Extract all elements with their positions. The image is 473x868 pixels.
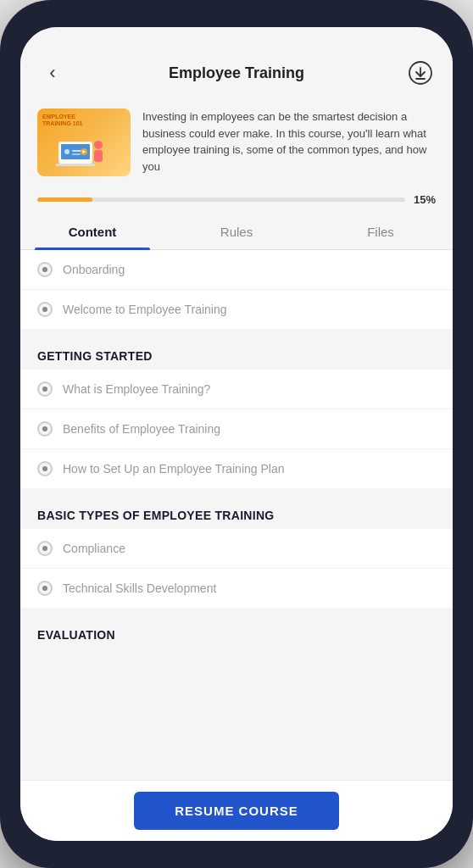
phone-shell: ‹ Employee Training EMPLOYEETRAINING 101 bbox=[0, 0, 473, 868]
phone-notch bbox=[173, 0, 300, 24]
item-label: Technical Skills Development bbox=[63, 581, 216, 595]
svg-rect-10 bbox=[72, 153, 81, 155]
item-bullet bbox=[37, 381, 53, 397]
progress-percentage: 15% bbox=[414, 193, 436, 206]
download-icon bbox=[408, 60, 433, 86]
svg-rect-5 bbox=[56, 164, 95, 166]
back-icon: ‹ bbox=[49, 62, 55, 84]
item-label: Compliance bbox=[63, 542, 125, 555]
item-bullet bbox=[37, 262, 53, 277]
tab-rules-label: Rules bbox=[220, 225, 253, 239]
thumbnail-label: EMPLOYEETRAINING 101 bbox=[42, 114, 82, 126]
progress-bar-fill bbox=[37, 198, 92, 202]
tab-content-label: Content bbox=[69, 225, 117, 239]
tab-files-label: Files bbox=[367, 225, 394, 239]
progress-section: 15% bbox=[20, 186, 453, 209]
item-label: What is Employee Training? bbox=[63, 382, 210, 396]
section-basic-types: Compliance Technical Skills Development bbox=[20, 529, 453, 608]
course-card: EMPLOYEETRAINING 101 bbox=[20, 98, 453, 186]
item-bullet bbox=[37, 581, 53, 596]
tab-rules[interactable]: Rules bbox=[164, 214, 309, 249]
section-header-evaluation: EVALUATION bbox=[20, 615, 453, 648]
list-item[interactable]: What is Employee Training? bbox=[20, 370, 453, 409]
item-label: Benefits of Employee Training bbox=[63, 422, 220, 436]
svg-point-8 bbox=[64, 149, 70, 154]
section-header-getting-started: GETTING STARTED bbox=[20, 336, 453, 370]
section-getting-started: What is Employee Training? Benefits of E… bbox=[20, 370, 453, 488]
item-label: How to Set Up an Employee Training Plan bbox=[63, 462, 284, 476]
tabs-bar: Content Rules Files bbox=[20, 214, 453, 250]
course-thumbnail: EMPLOYEETRAINING 101 bbox=[37, 108, 131, 176]
list-item[interactable]: How to Set Up an Employee Training Plan bbox=[20, 449, 453, 488]
resume-course-button[interactable]: RESUME COURSE bbox=[134, 792, 339, 830]
svg-point-6 bbox=[94, 141, 103, 149]
thumbnail-graphic bbox=[54, 126, 114, 169]
list-item[interactable]: Onboarding bbox=[20, 250, 453, 290]
course-description: Investing in employees can be the smarte… bbox=[142, 108, 436, 175]
item-label: Welcome to Employee Training bbox=[63, 303, 227, 316]
list-item[interactable]: Welcome to Employee Training bbox=[20, 290, 453, 329]
list-item[interactable]: Compliance bbox=[20, 529, 453, 569]
back-button[interactable]: ‹ bbox=[37, 58, 68, 88]
progress-bar-background bbox=[37, 198, 405, 202]
svg-rect-7 bbox=[94, 150, 103, 162]
bottom-bar: RESUME COURSE bbox=[20, 780, 453, 841]
list-item[interactable]: Benefits of Employee Training bbox=[20, 409, 453, 449]
download-button[interactable] bbox=[405, 58, 436, 88]
section-header-basic-types: BASIC TYPES OF EMPLOYEE TRAINING bbox=[20, 495, 453, 529]
content-scroll[interactable]: Onboarding Welcome to Employee Training … bbox=[20, 250, 453, 841]
item-bullet bbox=[37, 541, 53, 556]
section-intro: Onboarding Welcome to Employee Training bbox=[20, 250, 453, 329]
list-item[interactable]: Technical Skills Development bbox=[20, 569, 453, 608]
item-bullet bbox=[37, 302, 53, 317]
phone-screen: ‹ Employee Training EMPLOYEETRAINING 101 bbox=[20, 27, 453, 841]
tab-content[interactable]: Content bbox=[20, 214, 164, 249]
header: ‹ Employee Training bbox=[20, 27, 453, 98]
tab-files[interactable]: Files bbox=[309, 214, 453, 249]
item-label: Onboarding bbox=[63, 263, 125, 276]
page-title: Employee Training bbox=[169, 64, 304, 82]
item-bullet bbox=[37, 461, 53, 476]
item-bullet bbox=[37, 421, 53, 437]
